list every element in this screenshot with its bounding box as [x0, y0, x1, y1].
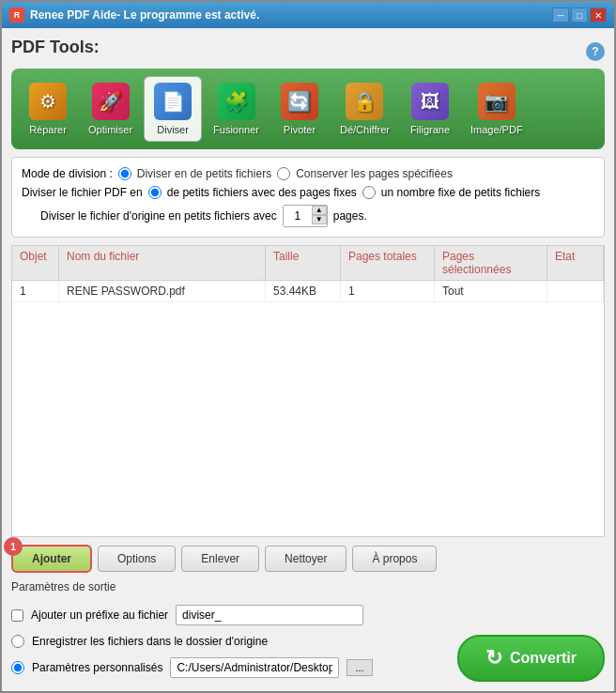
image-icon: 📷 — [478, 83, 516, 120]
app-icon: R — [9, 8, 24, 23]
encrypt-icon: 🔒 — [346, 83, 383, 120]
tool-optimize[interactable]: 🚀 Optimiser — [81, 77, 140, 141]
options-area: Mode de division : Diviser en de petits … — [11, 157, 605, 238]
title-controls: ─ □ ✕ — [552, 8, 607, 23]
custom-path-row: Paramètres personnalisés ... — [11, 657, 448, 678]
col-taille: Taille — [266, 246, 341, 280]
merge-label: Fusionner — [213, 124, 259, 135]
tool-divide[interactable]: 📄 Diviser — [144, 76, 202, 142]
prefix-label: Ajouter un préfixe au fichier — [31, 608, 168, 622]
prefix-row: Ajouter un préfixe au fichier — [11, 605, 448, 625]
tool-watermark[interactable]: 🖼 Filigrane — [401, 77, 459, 141]
a-propos-button[interactable]: À propos — [352, 546, 437, 572]
bottom-area: Paramètres de sortie Ajouter un préfixe … — [11, 580, 605, 682]
toolbar: ⚙ Réparer 🚀 Optimiser 📄 Diviser 🧩 Fusion… — [11, 69, 605, 149]
pages-row: Diviser le fichier d'origine en petits f… — [22, 205, 594, 227]
watermark-label: Filigrane — [410, 124, 450, 135]
convert-label: Convertir — [510, 650, 577, 667]
tool-image[interactable]: 📷 Image/PDF — [463, 77, 531, 141]
col-objet: Objet — [12, 246, 59, 280]
origin-folder-row: Enregistrer les fichiers dans le dossier… — [11, 635, 448, 648]
mode-row: Mode de division : Diviser en de petits … — [22, 167, 594, 180]
pivot-label: Pivoter — [284, 124, 316, 135]
output-section: Paramètres de sortie Ajouter un préfixe … — [11, 580, 448, 682]
minimize-button[interactable]: ─ — [552, 8, 569, 23]
cell-pages-selectionnees: Tout — [435, 281, 547, 301]
tool-pivot[interactable]: 🔄 Pivoter — [270, 77, 329, 141]
spinner-down[interactable]: ▼ — [312, 215, 327, 224]
prefix-input[interactable] — [176, 605, 363, 625]
title-bar-left: R Renee PDF Aide- Le programme est activ… — [9, 8, 259, 23]
watermark-icon: 🖼 — [411, 83, 449, 120]
merge-icon: 🧩 — [218, 83, 255, 120]
repair-label: Réparer — [29, 124, 67, 135]
pages-label-after: pages. — [333, 209, 367, 223]
main-window: R Renee PDF Aide- Le programme est activ… — [0, 0, 616, 693]
cell-objet: 1 — [12, 281, 59, 301]
divide-radio-1[interactable] — [148, 186, 162, 199]
divide-label: Diviser — [157, 124, 189, 135]
image-label: Image/PDF — [470, 124, 523, 135]
mode-radio-2[interactable] — [277, 167, 290, 180]
divide-label-text: Diviser le fichier PDF en — [22, 186, 143, 199]
custom-radio[interactable] — [11, 661, 24, 674]
divide-radio-2[interactable] — [362, 186, 376, 199]
browse-button[interactable]: ... — [346, 659, 372, 676]
encrypt-label: Dé/Chiffrer — [340, 124, 390, 135]
ajouter-wrapper: 1 Ajouter — [11, 545, 92, 573]
badge-1: 1 — [4, 537, 23, 556]
output-title: Paramètres de sortie — [11, 580, 448, 593]
tool-encrypt[interactable]: 🔒 Dé/Chiffrer — [332, 77, 397, 141]
col-pages-totales: Pages totales — [341, 246, 435, 280]
custom-label: Paramètres personnalisés — [32, 661, 162, 674]
action-buttons: 1 Ajouter Options Enlever Nettoyer À pro… — [11, 545, 605, 573]
title-bar: R Renee PDF Aide- Le programme est activ… — [2, 2, 614, 28]
optimize-label: Optimiser — [88, 124, 132, 135]
maximize-button[interactable]: □ — [571, 8, 588, 23]
page-title: PDF Tools: — [11, 38, 100, 57]
divide-option2-label: un nombre fixe de petits fichiers — [381, 186, 540, 199]
divide-option1-label: de petits fichiers avec des pages fixes — [167, 186, 357, 199]
divide-icon: 📄 — [154, 83, 192, 120]
path-input[interactable] — [170, 657, 339, 678]
enlever-button[interactable]: Enlever — [181, 546, 259, 572]
mode-option2-label: Conserver les pages spécifiées — [296, 167, 453, 180]
pages-label-before: Diviser le fichier d'origine en petits f… — [40, 209, 277, 223]
optimize-icon: 🚀 — [92, 83, 130, 120]
cell-etat — [547, 281, 604, 301]
close-button[interactable]: ✕ — [590, 8, 607, 23]
mode-label: Mode de division : — [22, 167, 113, 180]
col-nom: Nom du fichier — [59, 246, 266, 280]
cell-pages-totales: 1 — [341, 281, 435, 301]
spinner-up[interactable]: ▲ — [312, 206, 327, 215]
ajouter-button[interactable]: Ajouter — [11, 545, 92, 573]
origin-label: Enregistrer les fichiers dans le dossier… — [32, 635, 268, 648]
pivot-icon: 🔄 — [281, 83, 318, 120]
pages-spinner[interactable]: ▲ ▼ — [283, 205, 328, 227]
options-button[interactable]: Options — [98, 546, 176, 572]
file-table: Objet Nom du fichier Taille Pages totale… — [11, 245, 605, 537]
tool-repair[interactable]: ⚙ Réparer — [19, 77, 77, 141]
tool-merge[interactable]: 🧩 Fusionner — [206, 77, 267, 141]
content-area: PDF Tools: ? ⚙ Réparer 🚀 Optimiser 📄 Div… — [2, 28, 614, 691]
table-header: Objet Nom du fichier Taille Pages totale… — [12, 246, 604, 281]
mode-radio-1[interactable] — [118, 167, 131, 180]
col-etat: Etat — [547, 246, 604, 280]
repair-icon: ⚙ — [29, 83, 67, 120]
divide-row: Diviser le fichier PDF en de petits fich… — [22, 186, 594, 199]
nettoyer-button[interactable]: Nettoyer — [265, 546, 346, 572]
cell-taille: 53.44KB — [266, 281, 341, 301]
convert-button[interactable]: ↻ Convertir — [457, 635, 605, 682]
help-button[interactable]: ? — [586, 42, 605, 61]
spinner-controls: ▲ ▼ — [312, 206, 327, 226]
mode-option1-label: Diviser en de petits fichiers — [137, 167, 271, 180]
col-pages-selectionnees: Pages sélectionnées — [435, 246, 547, 280]
origin-radio[interactable] — [11, 635, 24, 648]
pages-input[interactable] — [284, 206, 312, 226]
cell-nom: RENE PASSWORD.pdf — [59, 281, 266, 301]
convert-icon: ↻ — [485, 646, 502, 670]
prefix-checkbox[interactable] — [11, 609, 23, 622]
window-title: Renee PDF Aide- Le programme est activé. — [30, 8, 259, 22]
table-row[interactable]: 1 RENE PASSWORD.pdf 53.44KB 1 Tout — [12, 281, 604, 302]
